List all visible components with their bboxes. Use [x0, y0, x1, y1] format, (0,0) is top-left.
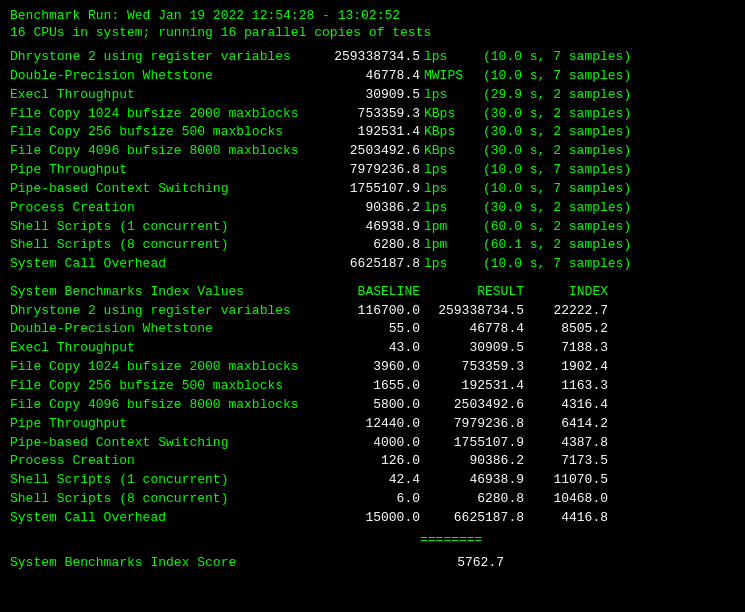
index-row-result: 1755107.9 [424, 434, 524, 453]
index-row-baseline: 55.0 [320, 320, 420, 339]
bench-name: Double-Precision Whetstone [10, 67, 320, 86]
score-row: System Benchmarks Index Score 5762.7 [10, 551, 735, 574]
index-row-name: Dhrystone 2 using register variables [10, 302, 320, 321]
index-row-baseline: 4000.0 [320, 434, 420, 453]
index-table-section: System Benchmarks Index Values BASELINE … [10, 282, 735, 574]
index-row-index: 7173.5 [528, 452, 608, 471]
bench-unit: lps [424, 180, 479, 199]
index-row-result: 6625187.8 [424, 509, 524, 528]
index-row-baseline: 43.0 [320, 339, 420, 358]
index-table-row: File Copy 256 bufsize 500 maxblocks1655.… [10, 377, 735, 396]
benchmark-row: System Call Overhead6625187.8lps(10.0 s,… [10, 255, 735, 274]
index-row-baseline: 5800.0 [320, 396, 420, 415]
index-row-result: 259338734.5 [424, 302, 524, 321]
index-row-baseline: 12440.0 [320, 415, 420, 434]
index-table-row: Double-Precision Whetstone55.046778.4850… [10, 320, 735, 339]
index-col-baseline-header: BASELINE [320, 282, 420, 302]
index-table-header: System Benchmarks Index Values BASELINE … [10, 282, 735, 302]
index-table-row: Execl Throughput43.030909.57188.3 [10, 339, 735, 358]
index-row-index: 6414.2 [528, 415, 608, 434]
index-row-index: 22222.7 [528, 302, 608, 321]
index-row-name: Shell Scripts (8 concurrent) [10, 490, 320, 509]
bench-meta: (30.0 s, 2 samples) [483, 142, 631, 161]
header-line1: Benchmark Run: Wed Jan 19 2022 12:54:28 … [10, 8, 735, 23]
bench-meta: (30.0 s, 2 samples) [483, 199, 631, 218]
index-table-row: Pipe-based Context Switching4000.0175510… [10, 434, 735, 453]
bench-unit: KBps [424, 142, 479, 161]
index-row-name: Pipe-based Context Switching [10, 434, 320, 453]
bench-value: 7979236.8 [320, 161, 420, 180]
index-row-result: 753359.3 [424, 358, 524, 377]
benchmark-row: Execl Throughput30909.5lps(29.9 s, 2 sam… [10, 86, 735, 105]
index-row-name: Shell Scripts (1 concurrent) [10, 471, 320, 490]
index-row-name: Execl Throughput [10, 339, 320, 358]
bench-unit: lps [424, 48, 479, 67]
bench-meta: (60.0 s, 2 samples) [483, 218, 631, 237]
header-section: Benchmark Run: Wed Jan 19 2022 12:54:28 … [10, 8, 735, 40]
benchmark-row: Pipe-based Context Switching1755107.9lps… [10, 180, 735, 199]
benchmark-row: Process Creation90386.2lps(30.0 s, 2 sam… [10, 199, 735, 218]
bench-meta: (60.1 s, 2 samples) [483, 236, 631, 255]
index-table-row: Pipe Throughput12440.07979236.86414.2 [10, 415, 735, 434]
bench-unit: KBps [424, 123, 479, 142]
benchmark-row: Pipe Throughput7979236.8lps(10.0 s, 7 sa… [10, 161, 735, 180]
index-row-index: 4387.8 [528, 434, 608, 453]
bench-value: 46778.4 [320, 67, 420, 86]
index-row-index: 7188.3 [528, 339, 608, 358]
index-rows-container: Dhrystone 2 using register variables1167… [10, 302, 735, 528]
index-row-baseline: 15000.0 [320, 509, 420, 528]
index-table-row: File Copy 4096 bufsize 8000 maxblocks580… [10, 396, 735, 415]
bench-value: 2503492.6 [320, 142, 420, 161]
index-row-name: System Call Overhead [10, 509, 320, 528]
index-row-index: 1902.4 [528, 358, 608, 377]
bench-meta: (10.0 s, 7 samples) [483, 48, 631, 67]
index-row-index: 10468.0 [528, 490, 608, 509]
index-row-name: File Copy 256 bufsize 500 maxblocks [10, 377, 320, 396]
index-row-result: 90386.2 [424, 452, 524, 471]
index-row-result: 2503492.6 [424, 396, 524, 415]
bench-unit: lpm [424, 218, 479, 237]
bench-unit: lps [424, 161, 479, 180]
header-line2: 16 CPUs in system; running 16 parallel c… [10, 25, 735, 40]
index-row-index: 1163.3 [528, 377, 608, 396]
bench-unit: lps [424, 86, 479, 105]
index-row-baseline: 116700.0 [320, 302, 420, 321]
bench-name: Process Creation [10, 199, 320, 218]
score-value: 5762.7 [424, 551, 504, 574]
index-row-result: 6280.8 [424, 490, 524, 509]
bench-value: 30909.5 [320, 86, 420, 105]
benchmark-row: Shell Scripts (8 concurrent)6280.8lpm(60… [10, 236, 735, 255]
benchmark-row: Shell Scripts (1 concurrent)46938.9lpm(6… [10, 218, 735, 237]
index-row-index: 11070.5 [528, 471, 608, 490]
benchmark-row: Double-Precision Whetstone46778.4MWIPS(1… [10, 67, 735, 86]
index-row-result: 46938.9 [424, 471, 524, 490]
index-table-row: File Copy 1024 bufsize 2000 maxblocks396… [10, 358, 735, 377]
bench-name: File Copy 256 bufsize 500 maxblocks [10, 123, 320, 142]
bench-value: 192531.4 [320, 123, 420, 142]
index-col-result-header: RESULT [424, 282, 524, 302]
separator: ======== [420, 528, 735, 551]
bench-name: Dhrystone 2 using register variables [10, 48, 320, 67]
bench-meta: (10.0 s, 7 samples) [483, 255, 631, 274]
bench-value: 259338734.5 [320, 48, 420, 67]
bench-name: System Call Overhead [10, 255, 320, 274]
index-table-row: Dhrystone 2 using register variables1167… [10, 302, 735, 321]
index-table-row: Shell Scripts (1 concurrent)42.446938.91… [10, 471, 735, 490]
index-row-result: 30909.5 [424, 339, 524, 358]
bench-meta: (30.0 s, 2 samples) [483, 123, 631, 142]
bench-meta: (10.0 s, 7 samples) [483, 180, 631, 199]
bench-unit: KBps [424, 105, 479, 124]
bench-value: 6625187.8 [320, 255, 420, 274]
benchmark-row: Dhrystone 2 using register variables2593… [10, 48, 735, 67]
index-row-baseline: 1655.0 [320, 377, 420, 396]
bench-name: Pipe-based Context Switching [10, 180, 320, 199]
bench-name: File Copy 4096 bufsize 8000 maxblocks [10, 142, 320, 161]
bench-unit: MWIPS [424, 67, 479, 86]
bench-unit: lps [424, 199, 479, 218]
bench-name: Shell Scripts (8 concurrent) [10, 236, 320, 255]
index-row-index: 8505.2 [528, 320, 608, 339]
index-row-result: 7979236.8 [424, 415, 524, 434]
index-row-baseline: 42.4 [320, 471, 420, 490]
benchmark-row: File Copy 1024 bufsize 2000 maxblocks753… [10, 105, 735, 124]
index-col-index-header: INDEX [528, 282, 608, 302]
